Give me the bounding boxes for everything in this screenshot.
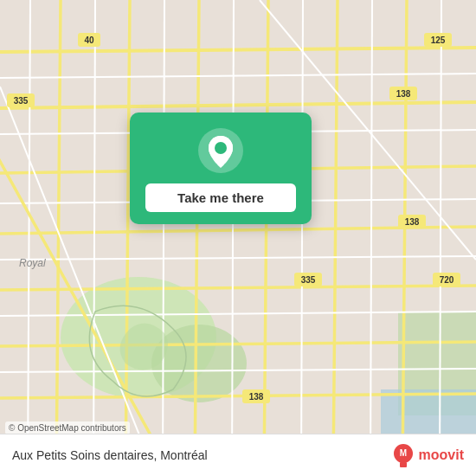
svg-text:720: 720 <box>440 275 454 285</box>
moovit-m-icon: M <box>391 443 415 467</box>
bottom-bar: Aux Petits Soins dentaires, Montréal M m… <box>0 434 476 476</box>
take-me-there-button[interactable]: Take me there <box>145 183 296 212</box>
svg-text:335: 335 <box>14 96 29 106</box>
svg-text:138: 138 <box>249 392 264 402</box>
svg-text:335: 335 <box>301 275 316 285</box>
location-name: Aux Petits Soins dentaires, Montréal <box>12 448 208 462</box>
map-background: 40 125 138 138 138 335 335 335 720 Royal <box>0 0 476 476</box>
moovit-logo: M moovit <box>391 443 464 467</box>
map-container: 40 125 138 138 138 335 335 335 720 Royal <box>0 0 476 476</box>
svg-text:Royal: Royal <box>19 257 46 269</box>
svg-text:M: M <box>399 448 406 458</box>
moovit-text: moovit <box>419 447 464 463</box>
svg-rect-58 <box>400 462 407 467</box>
osm-attribution: © OpenStreetMap contributors <box>5 421 130 434</box>
svg-text:138: 138 <box>405 217 420 227</box>
location-card: Take me there <box>130 113 312 224</box>
svg-point-55 <box>215 142 227 154</box>
svg-text:40: 40 <box>84 35 94 45</box>
location-pin-icon <box>198 128 243 173</box>
svg-text:138: 138 <box>396 89 411 99</box>
svg-text:125: 125 <box>431 35 446 45</box>
